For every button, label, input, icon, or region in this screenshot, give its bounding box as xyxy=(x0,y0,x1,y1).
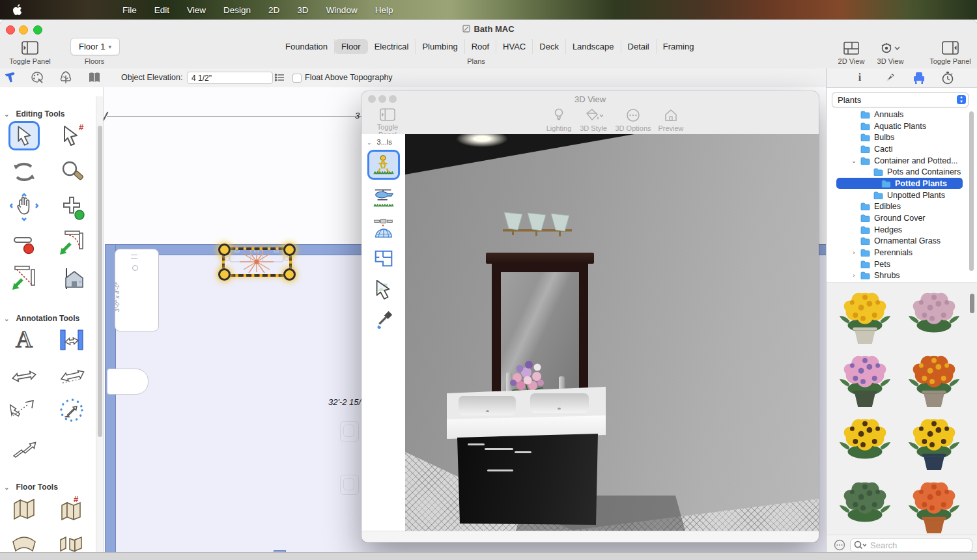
library-tree-item[interactable]: Annuals xyxy=(827,109,972,120)
preview-button[interactable]: Preview xyxy=(655,108,687,132)
library-tree-item[interactable]: › Perennials xyxy=(827,247,972,259)
tool-angular-dimension[interactable] xyxy=(57,361,87,389)
selection-handle[interactable] xyxy=(283,244,296,256)
3d-view-button[interactable] xyxy=(879,43,900,53)
editing-tools-header[interactable]: ⌄Editing Tools xyxy=(4,109,102,119)
plant-thumbnail[interactable] xyxy=(830,347,899,410)
toilet-outline[interactable] xyxy=(340,475,359,495)
3d-viewport[interactable] xyxy=(405,134,819,531)
menu-item[interactable]: File xyxy=(122,5,137,15)
thumbnails-scrollbar-thumb[interactable] xyxy=(970,294,974,313)
3d-options-button[interactable]: 3D Options xyxy=(614,108,652,132)
plan-tab[interactable]: HVAC xyxy=(496,39,533,54)
tool-build-floor-number[interactable]: # xyxy=(57,495,87,523)
tool-remove-node[interactable] xyxy=(9,228,39,256)
plan-tab[interactable]: Deck xyxy=(533,39,566,54)
tree-chevron-icon[interactable]: ⌄ xyxy=(850,158,858,164)
tool-pan[interactable] xyxy=(9,193,39,221)
plant-thumbnail[interactable] xyxy=(830,410,899,473)
annotation-tools-header[interactable]: ⌄Annotation Tools xyxy=(4,314,102,323)
tool-orbit-view[interactable] xyxy=(369,215,398,241)
menu-item[interactable]: Window xyxy=(326,5,358,15)
selection-handle[interactable] xyxy=(283,268,296,281)
menu-item[interactable]: View xyxy=(187,5,206,15)
library-tree-item[interactable]: ⌄ Container and Potted... xyxy=(827,155,972,167)
tool-rotate[interactable] xyxy=(9,158,39,186)
3d-view-window[interactable]: 3D View Toggle Panel Lighting 3D Style 3… xyxy=(361,91,819,542)
selection-handle[interactable] xyxy=(218,244,231,256)
menu-item[interactable]: Design xyxy=(223,5,251,15)
tree-scrollbar-thumb[interactable] xyxy=(969,111,974,271)
menu-item[interactable]: Help xyxy=(375,5,393,15)
floor-tools-header[interactable]: ⌄Floor Tools xyxy=(4,483,102,492)
plan-tab[interactable]: Foundation xyxy=(279,39,335,54)
tool-leader-line[interactable] xyxy=(9,431,39,459)
tool-point-to-point-move[interactable] xyxy=(57,396,87,424)
library-tree-item[interactable]: › Shrubs xyxy=(827,270,972,282)
plan-tab[interactable]: Framing xyxy=(657,39,701,54)
plan-tab[interactable]: Detail xyxy=(621,39,657,54)
tool-helicopter-view[interactable] xyxy=(369,184,398,210)
design-tools-icon[interactable] xyxy=(30,70,44,87)
tree-chevron-icon[interactable]: › xyxy=(850,249,858,256)
tool-eyedropper[interactable] xyxy=(369,307,398,333)
landscaping-tools-icon[interactable] xyxy=(59,70,73,87)
door-swing[interactable] xyxy=(107,369,149,395)
toggle-panel-left-button[interactable] xyxy=(21,41,38,55)
library-tree-item[interactable]: Pets xyxy=(827,259,972,270)
floor-selector-button[interactable]: Floor 1▾ xyxy=(70,38,120,55)
menu-item[interactable]: 2D xyxy=(268,5,279,15)
lighting-button[interactable]: Lighting xyxy=(543,108,575,132)
library-tree-item[interactable]: Potted Plants xyxy=(827,178,972,189)
furnishings-icon[interactable] xyxy=(913,71,926,87)
plan-tab[interactable]: Electrical xyxy=(368,39,416,54)
library-tree-item[interactable]: Edibles xyxy=(827,201,972,213)
plant-thumbnail[interactable] xyxy=(899,410,969,473)
plant-thumbnail[interactable] xyxy=(899,284,969,347)
tool-reference-display[interactable] xyxy=(57,263,87,291)
plan-tab[interactable]: Landscape xyxy=(566,39,621,54)
plant-thumbnail[interactable] xyxy=(830,284,899,347)
menu-item[interactable]: Edit xyxy=(154,5,169,15)
library-tree-item[interactable]: Unpotted Plants xyxy=(827,189,972,201)
tool-build-floor[interactable] xyxy=(9,495,39,523)
plant-thumbnail[interactable] xyxy=(899,473,969,537)
tool-select-objects[interactable] xyxy=(8,121,40,150)
library-tree-item[interactable]: Hedges xyxy=(827,224,972,236)
tool-interior-dimension[interactable] xyxy=(57,326,87,354)
tool-add-node[interactable] xyxy=(57,193,87,221)
tool-manual-dimension[interactable] xyxy=(9,361,39,389)
apple-menu-icon[interactable] xyxy=(13,4,23,16)
palette-scrollbar-thumb[interactable] xyxy=(98,126,102,437)
library-category-select[interactable]: Plants ▲▼ xyxy=(832,92,969,107)
library-tree-item[interactable]: Ornamental Grass xyxy=(827,236,972,247)
library-tree-item[interactable]: Cacti xyxy=(827,143,972,155)
tool-render-select[interactable] xyxy=(369,276,398,302)
shower-fixture[interactable]: 3'-0" x 4'-0" xyxy=(115,249,159,331)
search-options-icon[interactable] xyxy=(834,539,845,553)
plan-tab[interactable]: Plumbing xyxy=(416,39,464,54)
tool-walk-through[interactable] xyxy=(367,150,400,180)
float-above-topography-checkbox[interactable] xyxy=(292,74,302,83)
library-tree-item[interactable]: Ground Cover xyxy=(827,212,972,224)
selected-vanity-object[interactable] xyxy=(222,247,292,277)
library-icon[interactable] xyxy=(87,70,102,87)
build-tools-icon[interactable] xyxy=(4,70,18,87)
object-elevation-input[interactable] xyxy=(187,72,273,84)
tool-fillet-corner[interactable] xyxy=(57,228,87,256)
toilet-outline[interactable] xyxy=(340,421,359,441)
tool-floor-plan-view[interactable] xyxy=(369,245,398,272)
toggle-panel-right-button[interactable] xyxy=(942,41,959,55)
plant-thumbnail[interactable] xyxy=(830,473,899,537)
library-tree-item[interactable]: Pots and Containers xyxy=(827,166,972,178)
tool-zoom[interactable] xyxy=(57,158,87,186)
plan-tab[interactable]: Floor xyxy=(335,39,368,54)
tool-selected-edit[interactable]: # xyxy=(57,121,87,149)
history-icon[interactable] xyxy=(941,71,954,87)
elevation-presets-icon[interactable] xyxy=(274,72,285,85)
annotation-pen-icon[interactable] xyxy=(884,72,896,87)
3d-style-button[interactable]: 3D Style xyxy=(576,108,610,132)
tool-text[interactable]: A xyxy=(9,326,39,354)
selection-handle[interactable] xyxy=(218,268,231,281)
library-tree-item[interactable]: Bulbs xyxy=(827,132,972,143)
